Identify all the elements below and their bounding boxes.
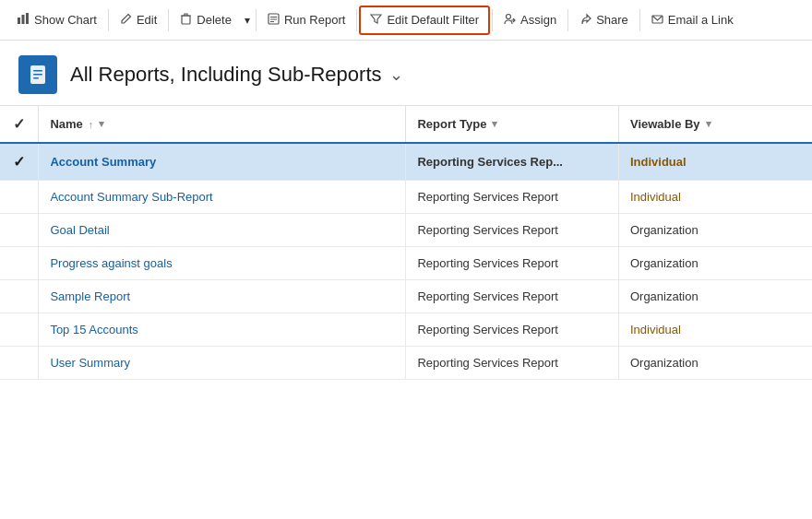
assign-label: Assign — [520, 13, 556, 27]
row-name-cell: User Summary — [39, 347, 406, 380]
row-viewable-value: Organization — [630, 356, 699, 370]
table-row: Sample ReportReporting Services ReportOr… — [0, 280, 812, 313]
email-icon — [651, 13, 663, 28]
delete-label: Delete — [197, 13, 232, 27]
row-check-cell[interactable] — [0, 247, 39, 280]
row-type-value: Reporting Services Rep... — [417, 155, 563, 169]
report-type-header-label: Report Type — [417, 117, 486, 131]
email-link-button[interactable]: Email a Link — [642, 7, 743, 33]
edit-icon — [120, 13, 132, 28]
row-viewable-cell: Organization — [618, 214, 812, 247]
row-type-value: Reporting Services Report — [417, 289, 557, 303]
row-viewable-value: Organization — [630, 223, 699, 237]
name-header: Name ↑ ▾ — [39, 106, 406, 143]
row-viewable-value: Organization — [630, 289, 699, 303]
page-header: All Reports, Including Sub-Reports ⌄ — [0, 41, 812, 106]
row-viewable-value: Individual — [630, 155, 687, 169]
row-type-cell: Reporting Services Report — [406, 280, 618, 313]
row-type-cell: Reporting Services Report — [406, 247, 618, 280]
row-viewable-cell: Organization — [618, 247, 812, 280]
separator-6 — [567, 9, 568, 31]
table-row: User SummaryReporting Services ReportOrg… — [0, 347, 812, 380]
table-row: Progress against goalsReporting Services… — [0, 247, 812, 280]
row-viewable-value: Organization — [630, 256, 699, 270]
show-chart-label: Show Chart — [34, 13, 97, 27]
report-type-header: Report Type ▾ — [406, 106, 618, 143]
name-filter-icon[interactable]: ▾ — [99, 118, 104, 130]
title-chevron-icon[interactable]: ⌄ — [389, 65, 403, 85]
row-name-link[interactable]: Account Summary — [50, 155, 156, 169]
edit-label: Edit — [137, 13, 157, 27]
table-header-row: ✓ Name ↑ ▾ Report Type ▾ — [0, 106, 812, 143]
separator-1 — [108, 9, 109, 31]
row-type-cell: Reporting Services Report — [406, 347, 618, 380]
table-row: Account Summary Sub-ReportReporting Serv… — [0, 181, 812, 214]
row-check-cell[interactable] — [0, 313, 39, 347]
row-name-link[interactable]: Goal Detail — [50, 223, 109, 237]
row-name-link[interactable]: Sample Report — [50, 289, 130, 303]
assign-icon — [504, 13, 516, 28]
row-type-cell: Reporting Services Rep... — [406, 143, 618, 181]
separator-5 — [492, 9, 493, 31]
row-name-link[interactable]: Top 15 Accounts — [50, 323, 137, 336]
svg-rect-12 — [33, 74, 42, 76]
row-viewable-value: Individual — [630, 323, 681, 336]
row-type-value: Reporting Services Report — [417, 356, 557, 370]
row-type-value: Reporting Services Report — [417, 323, 557, 336]
row-name-link[interactable]: Account Summary Sub-Report — [50, 190, 212, 204]
delete-dropdown-button[interactable]: ▾ — [241, 8, 254, 32]
report-type-filter-icon[interactable]: ▾ — [492, 118, 497, 130]
filter-icon — [370, 13, 382, 28]
page-icon — [18, 55, 57, 94]
check-header: ✓ — [0, 106, 39, 143]
table-row: Top 15 AccountsReporting Services Report… — [0, 313, 812, 347]
page-title: All Reports, Including Sub-Reports — [70, 63, 382, 87]
row-name-cell: Top 15 Accounts — [39, 313, 406, 347]
name-sort-icon[interactable]: ↑ — [89, 119, 94, 130]
row-viewable-cell: Individual — [618, 143, 812, 181]
run-report-button[interactable]: Run Report — [258, 7, 354, 33]
edit-button[interactable]: Edit — [111, 7, 166, 33]
row-check-cell[interactable] — [0, 214, 39, 247]
toolbar: Show Chart Edit Delete ▾ — [0, 0, 812, 41]
row-type-value: Reporting Services Report — [417, 223, 557, 237]
row-name-link[interactable]: User Summary — [50, 356, 130, 370]
row-type-cell: Reporting Services Report — [406, 214, 618, 247]
chart-icon — [17, 12, 30, 28]
row-name-link[interactable]: Progress against goals — [50, 256, 172, 270]
separator-7 — [639, 9, 640, 31]
chevron-down-icon: ▾ — [245, 14, 250, 27]
row-viewable-cell: Individual — [618, 181, 812, 214]
svg-rect-1 — [22, 15, 25, 24]
svg-point-8 — [507, 14, 511, 18]
row-check-cell[interactable] — [0, 280, 39, 313]
show-chart-button[interactable]: Show Chart — [7, 6, 106, 33]
row-name-cell: Progress against goals — [39, 247, 406, 280]
page-title-area: All Reports, Including Sub-Reports ⌄ — [70, 63, 403, 87]
row-viewable-cell: Organization — [618, 280, 812, 313]
row-type-value: Reporting Services Report — [417, 256, 557, 270]
row-name-cell: Account Summary — [39, 143, 406, 181]
delete-button[interactable]: Delete — [171, 7, 241, 33]
table-row: ✓Account SummaryReporting Services Rep..… — [0, 143, 812, 181]
share-button[interactable]: Share — [570, 7, 638, 33]
svg-rect-11 — [33, 70, 42, 72]
viewable-by-header: Viewable By ▾ — [618, 106, 812, 143]
row-check-cell[interactable] — [0, 181, 39, 214]
viewable-by-header-label: Viewable By — [630, 117, 700, 131]
separator-3 — [256, 9, 257, 31]
viewable-by-filter-icon[interactable]: ▾ — [706, 118, 711, 130]
row-viewable-cell: Organization — [618, 347, 812, 380]
svg-rect-6 — [270, 18, 277, 19]
row-viewable-cell: Individual — [618, 313, 812, 347]
edit-default-filter-button[interactable]: Edit Default Filter — [359, 6, 490, 35]
row-check-cell[interactable] — [0, 347, 39, 380]
header-checkmark[interactable]: ✓ — [13, 116, 25, 132]
row-check-cell[interactable]: ✓ — [0, 143, 39, 181]
assign-button[interactable]: Assign — [495, 7, 566, 33]
separator-2 — [168, 9, 169, 31]
edit-default-filter-label: Edit Default Filter — [387, 13, 479, 27]
row-type-cell: Reporting Services Report — [406, 181, 618, 214]
row-checkmark: ✓ — [13, 154, 25, 170]
row-type-cell: Reporting Services Report — [406, 313, 618, 347]
